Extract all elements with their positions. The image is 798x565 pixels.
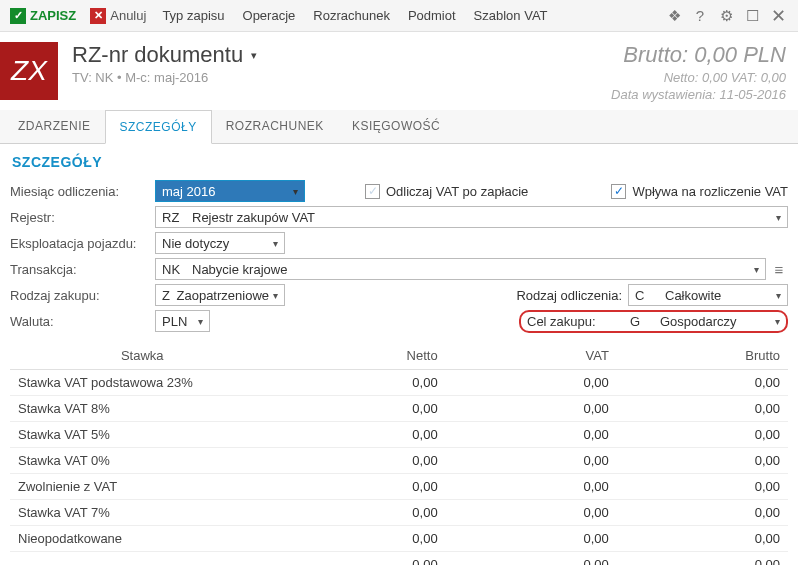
checkbox-icon: ✓ xyxy=(365,184,380,199)
transakcja-label: Transakcja: xyxy=(10,262,155,277)
wplywa-checkbox[interactable]: ✓ Wpływa na rozliczenie VAT xyxy=(611,184,788,199)
tab-zdarzenie[interactable]: ZDARZENIE xyxy=(4,110,105,143)
row-vat[interactable]: 0,00 xyxy=(446,448,617,474)
document-header: ZX RZ-nr dokumentu ▾ TV: NK • M-c: maj-2… xyxy=(0,32,798,110)
tab-rozrachunek[interactable]: ROZRACHUNEK xyxy=(212,110,338,143)
table-row[interactable]: Stawka VAT 8% 0,00 0,00 0,00 xyxy=(10,396,788,422)
col-stawka: Stawka xyxy=(10,342,275,370)
tab-szczegoly[interactable]: SZCZEGÓŁY xyxy=(105,110,212,144)
total-brutto: 0,00 xyxy=(617,552,788,566)
close-icon[interactable]: ✕ xyxy=(770,8,786,24)
eksploatacja-select[interactable]: Nie dotyczy ▾ xyxy=(155,232,285,254)
checkbox-checked-icon: ✓ xyxy=(611,184,626,199)
rodzaj-zakupu-select[interactable]: Z Zaopatrzeniowe ▾ xyxy=(155,284,285,306)
rodzaj-odliczenia-select[interactable]: C Całkowite ▾ xyxy=(628,284,788,306)
brutto-total: Brutto: 0,00 PLN xyxy=(611,42,786,68)
row-vat[interactable]: 0,00 xyxy=(446,396,617,422)
document-subtitle: TV: NK • M-c: maj-2016 xyxy=(72,70,611,85)
row-brutto[interactable]: 0,00 xyxy=(617,526,788,552)
row-netto[interactable]: 0,00 xyxy=(275,422,446,448)
row-brutto[interactable]: 0,00 xyxy=(617,396,788,422)
chevron-down-icon: ▾ xyxy=(775,316,780,327)
chevron-down-icon: ▾ xyxy=(273,290,278,301)
miesiac-label: Miesiąc odliczenia: xyxy=(10,184,155,199)
row-label: Stawka VAT podstawowa 23% xyxy=(10,370,275,396)
miesiac-select[interactable]: maj 2016 ▾ xyxy=(155,180,305,202)
chevron-down-icon: ▾ xyxy=(251,49,257,62)
menu-typ-zapisu[interactable]: Typ zapisu xyxy=(154,4,232,27)
row-label: Stawka VAT 5% xyxy=(10,422,275,448)
chevron-down-icon: ▾ xyxy=(776,212,781,223)
cancel-label: Anuluj xyxy=(110,8,146,23)
menu-szablon-vat[interactable]: Szablon VAT xyxy=(466,4,556,27)
row-brutto[interactable]: 0,00 xyxy=(617,448,788,474)
row-vat[interactable]: 0,00 xyxy=(446,500,617,526)
check-icon: ✓ xyxy=(10,8,26,24)
row-brutto[interactable]: 0,00 xyxy=(617,422,788,448)
row-brutto[interactable]: 0,00 xyxy=(617,370,788,396)
row-netto[interactable]: 0,00 xyxy=(275,370,446,396)
chevron-down-icon: ▾ xyxy=(293,186,298,197)
cel-zakupu-label: Cel zakupu: xyxy=(527,314,622,329)
package-icon[interactable]: ❖ xyxy=(666,8,682,24)
row-label: Stawka VAT 0% xyxy=(10,448,275,474)
chevron-down-icon: ▾ xyxy=(198,316,203,327)
save-label: ZAPISZ xyxy=(30,8,76,23)
x-icon: ✕ xyxy=(90,8,106,24)
waluta-select[interactable]: PLN ▾ xyxy=(155,310,210,332)
tab-ksiegowosc[interactable]: KSIĘGOWOŚĆ xyxy=(338,110,454,143)
rejestr-select[interactable]: RZ Rejestr zakupów VAT ▾ xyxy=(155,206,788,228)
gear-icon[interactable]: ⚙ xyxy=(718,8,734,24)
maximize-icon[interactable]: ☐ xyxy=(744,8,760,24)
total-netto: 0,00 xyxy=(275,552,446,566)
col-vat: VAT xyxy=(446,342,617,370)
col-brutto: Brutto xyxy=(617,342,788,370)
chevron-down-icon: ▾ xyxy=(776,290,781,301)
odliczaj-checkbox[interactable]: ✓ Odliczaj VAT po zapłacie xyxy=(365,184,528,199)
transakcja-select[interactable]: NK Nabycie krajowe ▾ xyxy=(155,258,766,280)
row-vat[interactable]: 0,00 xyxy=(446,370,617,396)
row-netto[interactable]: 0,00 xyxy=(275,474,446,500)
row-netto[interactable]: 0,00 xyxy=(275,448,446,474)
issue-date: Data wystawienia: 11-05-2016 xyxy=(611,87,786,102)
table-row[interactable]: Nieopodatkowane 0,00 0,00 0,00 xyxy=(10,526,788,552)
help-icon[interactable]: ? xyxy=(692,8,708,24)
table-row[interactable]: Stawka VAT podstawowa 23% 0,00 0,00 0,00 xyxy=(10,370,788,396)
chevron-down-icon: ▾ xyxy=(754,264,759,275)
cancel-button[interactable]: ✕ Anuluj xyxy=(84,6,152,26)
save-button[interactable]: ✓ ZAPISZ xyxy=(4,6,82,26)
netto-vat: Netto: 0,00 VAT: 0,00 xyxy=(611,70,786,85)
row-netto[interactable]: 0,00 xyxy=(275,500,446,526)
menu-icon[interactable]: ≡ xyxy=(770,261,788,277)
row-brutto[interactable]: 0,00 xyxy=(617,474,788,500)
row-vat[interactable]: 0,00 xyxy=(446,474,617,500)
menu-operacje[interactable]: Operacje xyxy=(235,4,304,27)
cel-zakupu-highlight: Cel zakupu: G Gospodarczy ▾ xyxy=(519,310,788,333)
document-title[interactable]: RZ-nr dokumentu ▾ xyxy=(72,42,611,68)
cel-zakupu-select[interactable]: G Gospodarczy ▾ xyxy=(630,314,780,329)
row-vat[interactable]: 0,00 xyxy=(446,526,617,552)
toolbar: ✓ ZAPISZ ✕ Anuluj Typ zapisu Operacje Ro… xyxy=(0,0,798,32)
row-netto[interactable]: 0,00 xyxy=(275,396,446,422)
table-row[interactable]: Zwolnienie z VAT 0,00 0,00 0,00 xyxy=(10,474,788,500)
row-label: Zwolnienie z VAT xyxy=(10,474,275,500)
table-row[interactable]: Stawka VAT 7% 0,00 0,00 0,00 xyxy=(10,500,788,526)
rejestr-label: Rejestr: xyxy=(10,210,155,225)
table-row[interactable]: Stawka VAT 0% 0,00 0,00 0,00 xyxy=(10,448,788,474)
menu-rozrachunek[interactable]: Rozrachunek xyxy=(305,4,398,27)
total-row: 0,00 0,00 0,00 xyxy=(10,552,788,566)
logo: ZX xyxy=(0,42,58,100)
waluta-label: Waluta: xyxy=(10,314,155,329)
row-label: Stawka VAT 7% xyxy=(10,500,275,526)
vat-table: Stawka Netto VAT Brutto Stawka VAT podst… xyxy=(10,342,788,565)
tab-bar: ZDARZENIE SZCZEGÓŁY ROZRACHUNEK KSIĘGOWO… xyxy=(0,110,798,144)
row-vat[interactable]: 0,00 xyxy=(446,422,617,448)
col-netto: Netto xyxy=(275,342,446,370)
rodzaj-odliczenia-label: Rodzaj odliczenia: xyxy=(516,288,622,303)
table-row[interactable]: Stawka VAT 5% 0,00 0,00 0,00 xyxy=(10,422,788,448)
row-brutto[interactable]: 0,00 xyxy=(617,500,788,526)
menu-podmiot[interactable]: Podmiot xyxy=(400,4,464,27)
row-label: Nieopodatkowane xyxy=(10,526,275,552)
rodzaj-zakupu-label: Rodzaj zakupu: xyxy=(10,288,155,303)
row-netto[interactable]: 0,00 xyxy=(275,526,446,552)
